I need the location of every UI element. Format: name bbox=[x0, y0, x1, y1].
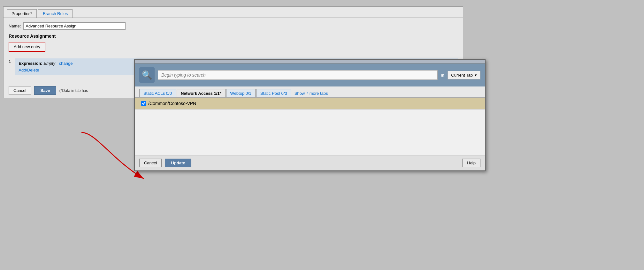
add-delete-anchor[interactable]: Add/Delete bbox=[19, 68, 39, 72]
footer-left: Cancel Update bbox=[139, 159, 191, 167]
name-row: Name: bbox=[9, 22, 458, 30]
search-input[interactable] bbox=[158, 70, 438, 80]
tab-network-access[interactable]: Network Access 1/1* bbox=[177, 89, 226, 97]
expression-value: Empty bbox=[43, 61, 55, 66]
tab-static-pool[interactable]: Static Pool 0/3 bbox=[256, 89, 291, 97]
tabs-bar: Properties* Branch Rules bbox=[4, 7, 463, 18]
checkbox-cell[interactable] bbox=[139, 101, 148, 106]
name-label: Name: bbox=[9, 24, 21, 28]
in-label: in bbox=[441, 73, 445, 78]
search-icon: 🔍 bbox=[139, 67, 155, 83]
add-new-entry-button[interactable]: Add new entry bbox=[9, 42, 45, 52]
content-area: /Common/Contoso-VPN bbox=[135, 98, 485, 155]
item-name: /Common/Contoso-VPN bbox=[148, 101, 196, 106]
search-bar: 🔍 in Current Tab ▾ bbox=[135, 64, 485, 86]
tab-properties[interactable]: Properties* bbox=[7, 9, 37, 18]
table-row: /Common/Contoso-VPN bbox=[135, 98, 485, 109]
scope-select[interactable]: Current Tab ▾ bbox=[448, 71, 480, 79]
section-title: Resource Assignment bbox=[9, 34, 458, 39]
popup-dialog: 🔍 in Current Tab ▾ Static ACLs 0/0 Netwo… bbox=[134, 59, 486, 171]
note-text: (*Data in tab has bbox=[59, 88, 88, 93]
name-input[interactable] bbox=[23, 22, 126, 30]
popup-cancel-button[interactable]: Cancel bbox=[139, 159, 162, 167]
scope-label: Current Tab bbox=[451, 73, 473, 78]
expression-label: Expression: bbox=[19, 61, 42, 66]
show-more-tabs-link[interactable]: Show 7 more tabs bbox=[295, 91, 328, 96]
chevron-down-icon: ▾ bbox=[475, 73, 477, 78]
popup-tabs-row: Static ACLs 0/0 Network Access 1/1* Webt… bbox=[135, 86, 485, 98]
help-button[interactable]: Help bbox=[462, 159, 480, 167]
popup-footer: Cancel Update Help bbox=[135, 155, 485, 170]
cancel-button[interactable]: Cancel bbox=[9, 86, 31, 95]
tab-webtop[interactable]: Webtop 0/1 bbox=[226, 89, 256, 97]
update-button[interactable]: Update bbox=[165, 159, 191, 167]
item-checkbox[interactable] bbox=[141, 101, 146, 106]
tab-branch-rules[interactable]: Branch Rules bbox=[38, 9, 73, 18]
row-number: 1 bbox=[9, 59, 11, 64]
save-button[interactable]: Save bbox=[34, 86, 56, 95]
tab-static-acls[interactable]: Static ACLs 0/0 bbox=[139, 89, 176, 97]
popup-header bbox=[135, 60, 485, 64]
change-link[interactable]: change bbox=[59, 61, 73, 66]
